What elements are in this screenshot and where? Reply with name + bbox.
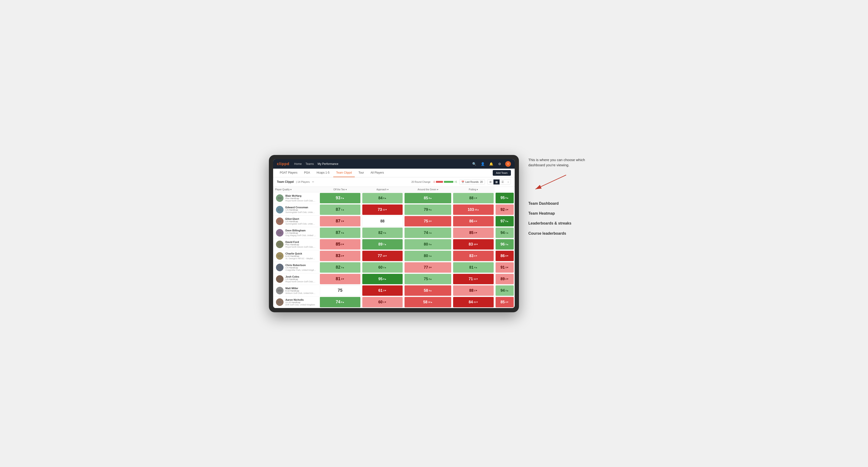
score-cell-7-4: 913▼ [495,261,515,273]
score-value: 94 [500,288,505,293]
view-list-button[interactable]: ☰ [500,180,506,184]
nav-my-performance[interactable]: My Performance [317,161,338,166]
col-around-green[interactable]: Around the Green ▾ [404,187,452,192]
score-change: 3▼ [505,209,509,211]
score-value: 86 [469,219,474,223]
dashboard-option[interactable]: Course leaderboards [528,228,599,239]
player-cell-6[interactable]: CQCharlie Quick6-10 HandicapSt. George's… [273,250,319,261]
score-cell-1-0: 939▲ [319,192,361,204]
col-off-tee[interactable]: Off the Tee ▾ [319,187,361,192]
score-cell-2-1: 7311▼ [361,204,404,215]
score-box: 799▲ [404,205,451,215]
player-cell-10[interactable]: ANAaron Nicholls11-15 HandicapDrift Golf… [273,296,319,308]
dashboard-option[interactable]: Team Dashboard [528,198,599,209]
score-change: 3▲ [505,289,509,292]
score-box: 943▲ [496,285,514,296]
score-change: 3▼ [341,220,344,222]
player-club: Sunningdale Golf Club, United Kingdom [285,211,316,214]
player-cell-1[interactable]: BMBlair McHargPlus HandicapRoyal North D… [273,192,319,204]
user-icon[interactable]: 👤 [480,161,486,167]
view-grid-button[interactable]: ⊞ [488,180,493,184]
score-value: 88 [380,219,384,223]
score-value: 75 [424,277,428,281]
table-row: BMBlair McHargPlus HandicapRoyal North D… [273,192,515,204]
score-box: 868▼ [496,251,514,261]
player-cell-8[interactable]: JCJosh Coles1-5 HandicapRoyal North Devo… [273,273,319,285]
user-avatar[interactable]: U [505,161,511,167]
nav-home[interactable]: Home [294,161,302,166]
player-cell-3[interactable]: EEElliot Ebert1-5 HandicapSunningdale Go… [273,215,319,227]
subnav-all-players[interactable]: All Players [368,168,387,177]
col-player-quality[interactable]: Player Quality ▾ [273,187,319,192]
score-box: 741▲ [404,228,451,238]
score-box: 958▲ [362,274,403,284]
score-value: 83 [336,253,340,258]
player-cell-2[interactable]: ECEdward Crossman1-5 HandicapSunningdale… [273,204,319,215]
player-name: Elliot Ebert [285,217,316,220]
score-value: 103 [468,208,474,212]
score-box: 975▲ [496,216,514,226]
score-value: 75 [338,288,342,293]
view-expand-button[interactable]: ↕ [506,180,511,184]
score-box: 7111▼ [453,274,494,284]
score-cell-4-1: 824▲ [361,227,404,239]
player-cell-5[interactable]: DFDavid FordPlus HandicapRoyal North Dev… [273,239,319,250]
subnav-pga[interactable]: PGA [301,168,313,177]
view-heatmap-button[interactable]: ▦ [493,180,500,184]
score-cell-8-0: 813▼ [319,273,361,285]
bell-icon[interactable]: 🔔 [488,161,494,167]
last-rounds-button[interactable]: 📅 Last Rounds: 20 [459,180,485,184]
nav-logo[interactable]: clippd [277,162,289,166]
subnav-team-clippd[interactable]: Team Clippd [333,168,355,177]
subnav-pgat[interactable]: PGAT Players [277,168,300,177]
player-handicap: Plus Handicap [285,197,316,199]
player-cell-9[interactable]: MMMatt Miller6-10 HandicapWoburn Golf Cl… [273,285,319,296]
score-cell-8-2: 752▲ [404,273,452,285]
dashboard-option[interactable]: Leaderboards & streaks [528,218,599,228]
score-cell-1-3: 881▼ [452,192,495,204]
score-change: 9▲ [505,197,509,199]
player-avatar: CR [276,264,283,271]
score-value: 97 [500,219,505,223]
score-value: 88 [469,196,474,200]
player-avatar: EE [276,217,283,225]
score-change: 5▲ [505,220,509,222]
player-club: St. George's Hill GC - Weybridge - Surre… [285,257,316,260]
add-team-button[interactable]: Add Team [493,170,511,176]
player-cell-7[interactable]: CRChris Robertson1-5 HandicapCraigmillar… [273,261,319,273]
score-value: 82 [336,265,340,270]
player-name: Josh Coles [285,275,316,278]
score-value: 86 [500,254,505,258]
table-row: CRChris Robertson1-5 HandicapCraigmillar… [273,261,515,273]
player-handicap: 1-5 Handicap [285,267,316,269]
col-approach[interactable]: Approach ▾ [361,187,404,192]
score-change: 2▲ [383,266,386,269]
col-putting[interactable]: Putting ▾ [452,187,495,192]
score-change: 1▲ [429,255,432,257]
score-value: 77 [378,254,382,258]
dashboard-option[interactable]: Team Heatmap [528,209,599,218]
player-handicap: 1-5 Handicap [285,209,316,211]
search-icon[interactable]: 🔍 [471,161,477,167]
score-cell-4-4: 941▲ [495,227,515,239]
player-club: Craigmillar Park, United Kingdom [285,269,316,271]
score-box: 584▲ [404,285,451,296]
score-value: 61 [378,288,382,293]
subnav-tour[interactable]: Tour [356,168,367,177]
score-box: 753▼ [404,216,451,226]
player-name: Dave Billingham [285,229,316,232]
settings-icon[interactable]: ⚙ [497,161,502,167]
page-wrapper: clippd Home Teams My Performance 🔍 👤 🔔 ⚙… [269,155,599,312]
player-cell-4[interactable]: DBDave Billingham1-5 HandicapGog Magog G… [273,227,319,239]
score-change: 3▼ [341,278,344,280]
nav-teams[interactable]: Teams [305,161,314,166]
score-box: 858▲ [404,193,451,203]
team-count: | 14 Players [296,181,310,183]
score-value: 83 [469,242,473,247]
edit-icon[interactable]: ✏ [312,181,314,184]
subnav-hcaps[interactable]: Hcaps 1-5 [314,168,332,177]
score-change: 9▲ [429,209,432,211]
score-change: 21▼ [474,301,478,303]
score-value: 80 [424,242,428,247]
player-avatar: JC [276,275,283,283]
